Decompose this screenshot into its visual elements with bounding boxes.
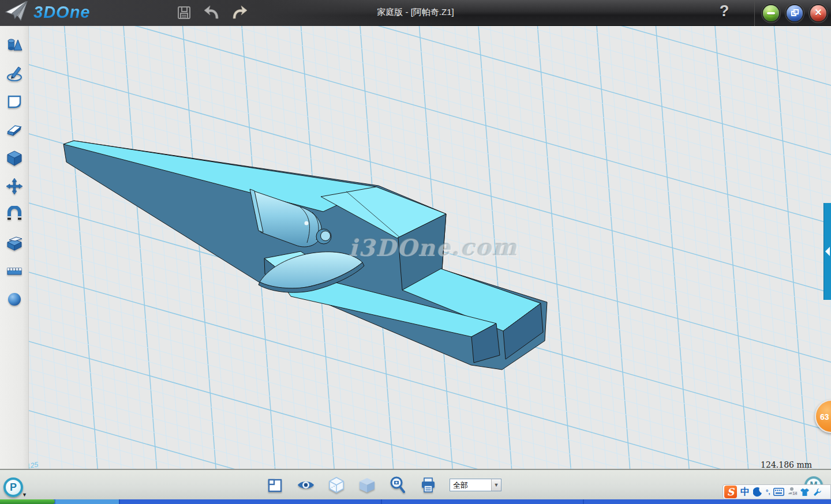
close-icon: ✕	[810, 7, 826, 18]
sidebar-item-measure[interactable]	[5, 262, 24, 280]
ime-punctuation-toggle[interactable]: °,	[766, 488, 770, 495]
display-filter-value: 全部	[450, 479, 491, 491]
shaded-cube-icon	[358, 477, 376, 493]
sidebar-item-special[interactable]	[5, 121, 24, 139]
wireframe-cube-icon	[328, 476, 345, 494]
3done-app-window: { "window": { "brand": "3DOne", "title":…	[0, 0, 831, 504]
display-filter-dropdown[interactable]: 全部 ▼	[450, 479, 501, 491]
chevron-left-icon	[825, 247, 830, 256]
skin-tshirt-icon[interactable]	[800, 488, 810, 497]
collapsed-panel-tab[interactable]	[823, 203, 831, 300]
sidebar-item-material[interactable]	[5, 290, 24, 309]
ime-mode-chinese[interactable]: 中	[740, 486, 750, 498]
wrench-icon[interactable]	[813, 488, 822, 497]
p-medal-dropdown-arrow[interactable]: ▼	[22, 492, 27, 498]
wireframe-display-button[interactable]	[327, 476, 346, 494]
cube-icon	[6, 149, 23, 167]
window-controls: ✕	[754, 0, 826, 26]
close-button[interactable]: ✕	[810, 5, 826, 21]
zoom-snapshot-icon	[390, 476, 406, 494]
moon-icon[interactable]	[753, 487, 762, 497]
ime-user-center[interactable]: 14	[788, 487, 796, 498]
grid-corner-label: 125	[29, 460, 39, 469]
sidebar-item-sketch[interactable]	[5, 64, 24, 82]
visibility-eye-icon	[297, 478, 315, 492]
eraser-deform-icon	[6, 121, 23, 138]
zoom-snapshot-button[interactable]	[388, 476, 407, 494]
minimize-button[interactable]	[763, 5, 779, 21]
window-title: 家庭版 - [阿帕奇.Z1]	[0, 7, 831, 18]
help-button[interactable]: ?	[714, 2, 734, 22]
sidebar-item-surface[interactable]	[5, 92, 24, 111]
scene-svg	[29, 26, 831, 469]
chevron-down-icon[interactable]: ▼	[491, 479, 501, 491]
sidebar-item-feature[interactable]	[5, 149, 24, 167]
open-box-icon	[6, 234, 23, 251]
sidebar-item-move[interactable]	[5, 177, 24, 195]
magnet-icon	[6, 206, 23, 223]
print-button[interactable]	[419, 476, 437, 494]
viewport-layout-button[interactable]	[266, 476, 285, 494]
surface-sheet-icon	[6, 93, 23, 110]
keyboard-icon[interactable]	[773, 488, 784, 496]
titlebar: 3DOne 家庭版 - [阿帕奇.Z1] ?	[0, 0, 831, 26]
ruler-icon	[6, 262, 23, 280]
start-button-edge[interactable]	[0, 499, 55, 504]
print-icon	[420, 477, 436, 493]
primitives-icon	[6, 36, 23, 54]
ime-toolbar: S 中 °, 14	[723, 484, 831, 499]
viewport-canvas[interactable]: i3DOne.com 125 124.186 mm 63	[29, 26, 831, 469]
move-arrows-icon	[6, 178, 23, 195]
restore-button[interactable]	[787, 5, 803, 21]
sketch-pencil-icon	[6, 65, 23, 82]
sidebar-item-snap[interactable]	[5, 205, 24, 224]
view-toolbar: 全部 ▼	[0, 469, 831, 499]
os-taskbar-edge[interactable]	[0, 499, 831, 504]
sidebar-item-assembly[interactable]	[5, 234, 24, 252]
model-apache[interactable]	[63, 141, 547, 370]
sphere-icon	[6, 291, 23, 308]
ime-user-badge: 14	[792, 491, 798, 495]
dimension-readout: 124.186 mm	[761, 460, 812, 469]
shaded-display-button[interactable]	[358, 476, 376, 494]
sidebar-item-primitives[interactable]	[5, 36, 24, 54]
sogou-logo[interactable]: S	[724, 486, 737, 498]
minus-icon	[767, 12, 775, 14]
viewport-layout-icon	[267, 477, 283, 493]
sidebar-toolbox	[0, 26, 29, 469]
p-medal-button[interactable]: P	[3, 477, 23, 497]
visibility-button[interactable]	[297, 476, 315, 494]
